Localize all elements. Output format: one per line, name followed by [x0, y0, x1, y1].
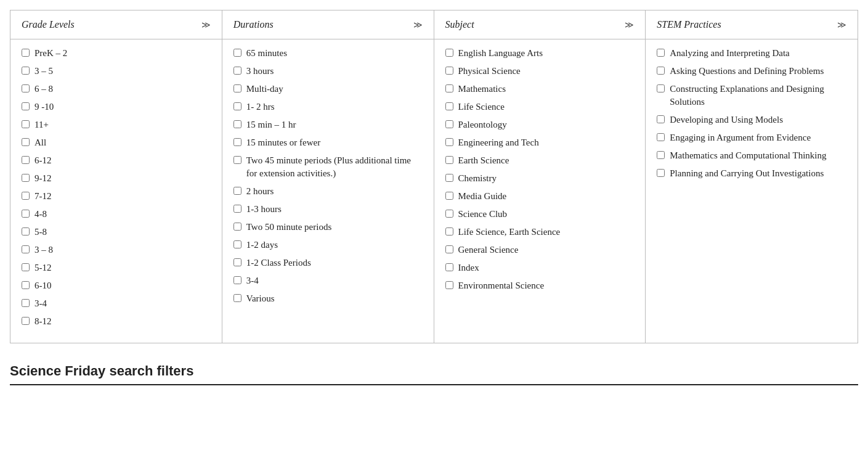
checkbox-label-subject-1[interactable]: Physical Science: [458, 65, 521, 78]
checkbox-subject-1[interactable]: [445, 67, 453, 75]
checkbox-label-grade-levels-13[interactable]: 6-10: [34, 279, 52, 292]
checkbox-label-grade-levels-6[interactable]: 6-12: [34, 154, 52, 167]
checkbox-label-subject-7[interactable]: Chemistry: [458, 172, 497, 185]
checkbox-subject-13[interactable]: [445, 281, 453, 289]
checkbox-subject-9[interactable]: [445, 210, 453, 218]
checkbox-label-grade-levels-5[interactable]: All: [34, 136, 46, 149]
checkbox-durations-13[interactable]: [233, 294, 241, 302]
checkbox-label-durations-12[interactable]: 3-4: [246, 274, 259, 287]
checkbox-label-durations-10[interactable]: 1-2 days: [246, 239, 278, 252]
checkbox-label-durations-4[interactable]: 15 min – 1 hr: [246, 118, 296, 131]
checkbox-durations-11[interactable]: [233, 258, 241, 266]
checkbox-durations-8[interactable]: [233, 205, 241, 213]
checkbox-label-grade-levels-7[interactable]: 9-12: [34, 172, 52, 185]
checkbox-durations-5[interactable]: [233, 138, 241, 146]
checkbox-stem-practices-2[interactable]: [657, 84, 665, 92]
checkbox-label-grade-levels-14[interactable]: 3-4: [34, 297, 47, 310]
checkbox-grade-levels-0[interactable]: [22, 49, 30, 57]
checkbox-label-stem-practices-5[interactable]: Mathematics and Computational Thinking: [670, 149, 826, 162]
checkbox-label-subject-11[interactable]: General Science: [458, 244, 519, 256]
checkbox-grade-levels-15[interactable]: [22, 317, 30, 325]
checkbox-grade-levels-1[interactable]: [22, 67, 30, 75]
checkbox-label-durations-13[interactable]: Various: [246, 292, 275, 305]
checkbox-grade-levels-10[interactable]: [22, 227, 30, 236]
checkbox-grade-levels-11[interactable]: [22, 245, 30, 253]
checkbox-label-stem-practices-2[interactable]: Constructing Explanations and Designing …: [670, 83, 846, 109]
checkbox-subject-11[interactable]: [445, 245, 453, 253]
checkbox-label-subject-0[interactable]: English Language Arts: [458, 47, 543, 60]
checkbox-label-subject-4[interactable]: Paleontology: [458, 118, 507, 131]
checkbox-label-durations-0[interactable]: 65 minutes: [246, 47, 287, 60]
checkbox-durations-2[interactable]: [233, 84, 241, 92]
checkbox-grade-levels-6[interactable]: [22, 156, 30, 164]
checkbox-label-durations-2[interactable]: Multi-day: [246, 83, 283, 96]
checkbox-durations-3[interactable]: [233, 102, 241, 110]
filter-header-grade-levels[interactable]: Grade Levels≫: [10, 10, 222, 39]
checkbox-label-grade-levels-8[interactable]: 7-12: [34, 190, 52, 203]
checkbox-label-grade-levels-12[interactable]: 5-12: [34, 261, 52, 274]
checkbox-label-subject-13[interactable]: Environmental Science: [458, 279, 545, 292]
checkbox-label-grade-levels-0[interactable]: PreK – 2: [34, 47, 67, 60]
checkbox-label-durations-8[interactable]: 1-3 hours: [246, 203, 282, 216]
checkbox-label-durations-7[interactable]: 2 hours: [246, 185, 274, 198]
checkbox-label-grade-levels-15[interactable]: 8-12: [34, 315, 52, 328]
checkbox-label-subject-10[interactable]: Life Science, Earth Science: [458, 226, 561, 239]
checkbox-durations-0[interactable]: [233, 49, 241, 57]
checkbox-label-subject-6[interactable]: Earth Science: [458, 154, 509, 167]
checkbox-stem-practices-4[interactable]: [657, 133, 665, 141]
checkbox-durations-7[interactable]: [233, 187, 241, 195]
checkbox-durations-10[interactable]: [233, 240, 241, 248]
checkbox-grade-levels-8[interactable]: [22, 192, 30, 200]
checkbox-subject-10[interactable]: [445, 227, 453, 236]
filter-header-subject[interactable]: Subject≫: [434, 10, 646, 39]
checkbox-label-stem-practices-6[interactable]: Planning and Carrying Out Investigations: [670, 167, 824, 180]
checkbox-subject-8[interactable]: [445, 192, 453, 200]
checkbox-durations-1[interactable]: [233, 67, 241, 75]
checkbox-label-grade-levels-3[interactable]: 9 -10: [34, 100, 54, 113]
filter-header-stem-practices[interactable]: STEM Practices≫: [646, 10, 858, 39]
checkbox-label-subject-9[interactable]: Science Club: [458, 208, 508, 221]
checkbox-subject-7[interactable]: [445, 174, 453, 182]
checkbox-stem-practices-0[interactable]: [657, 49, 665, 57]
checkbox-label-grade-levels-4[interactable]: 11+: [34, 118, 49, 131]
checkbox-durations-9[interactable]: [233, 223, 241, 231]
checkbox-subject-3[interactable]: [445, 102, 453, 110]
checkbox-subject-0[interactable]: [445, 49, 453, 57]
checkbox-label-durations-6[interactable]: Two 45 minute periods (Plus additional t…: [246, 154, 423, 180]
checkbox-label-subject-12[interactable]: Index: [458, 261, 479, 274]
checkbox-label-stem-practices-4[interactable]: Engaging in Argument from Evidence: [670, 131, 811, 144]
filter-header-durations[interactable]: Durations≫: [222, 10, 434, 39]
checkbox-label-subject-5[interactable]: Engineering and Tech: [458, 136, 539, 149]
checkbox-label-subject-2[interactable]: Mathematics: [458, 83, 506, 96]
checkbox-stem-practices-1[interactable]: [657, 67, 665, 75]
checkbox-durations-12[interactable]: [233, 276, 241, 284]
checkbox-label-grade-levels-1[interactable]: 3 – 5: [34, 65, 53, 78]
checkbox-grade-levels-12[interactable]: [22, 263, 30, 271]
checkbox-label-stem-practices-0[interactable]: Analyzing and Interpreting Data: [670, 47, 790, 60]
checkbox-label-grade-levels-11[interactable]: 3 – 8: [34, 244, 53, 256]
checkbox-label-stem-practices-3[interactable]: Developing and Using Models: [670, 113, 783, 126]
checkbox-stem-practices-6[interactable]: [657, 169, 665, 177]
checkbox-grade-levels-9[interactable]: [22, 210, 30, 218]
checkbox-stem-practices-3[interactable]: [657, 115, 665, 123]
checkbox-label-subject-3[interactable]: Life Science: [458, 100, 505, 113]
checkbox-label-durations-5[interactable]: 15 minutes or fewer: [246, 136, 320, 149]
checkbox-label-durations-9[interactable]: Two 50 minute periods: [246, 221, 332, 234]
checkbox-grade-levels-13[interactable]: [22, 281, 30, 289]
checkbox-subject-4[interactable]: [445, 120, 453, 128]
checkbox-grade-levels-7[interactable]: [22, 174, 30, 182]
checkbox-stem-practices-5[interactable]: [657, 151, 665, 159]
checkbox-label-durations-1[interactable]: 3 hours: [246, 65, 274, 78]
checkbox-subject-2[interactable]: [445, 84, 453, 92]
checkbox-label-grade-levels-2[interactable]: 6 – 8: [34, 83, 53, 96]
checkbox-label-stem-practices-1[interactable]: Asking Questions and Defining Problems: [670, 65, 824, 78]
checkbox-grade-levels-3[interactable]: [22, 102, 30, 110]
checkbox-grade-levels-5[interactable]: [22, 138, 30, 146]
checkbox-label-grade-levels-10[interactable]: 5-8: [34, 226, 47, 239]
checkbox-durations-6[interactable]: [233, 156, 241, 164]
checkbox-grade-levels-2[interactable]: [22, 84, 30, 92]
checkbox-subject-5[interactable]: [445, 138, 453, 146]
checkbox-label-grade-levels-9[interactable]: 4-8: [34, 208, 47, 221]
checkbox-grade-levels-14[interactable]: [22, 299, 30, 307]
checkbox-label-subject-8[interactable]: Media Guide: [458, 190, 507, 203]
